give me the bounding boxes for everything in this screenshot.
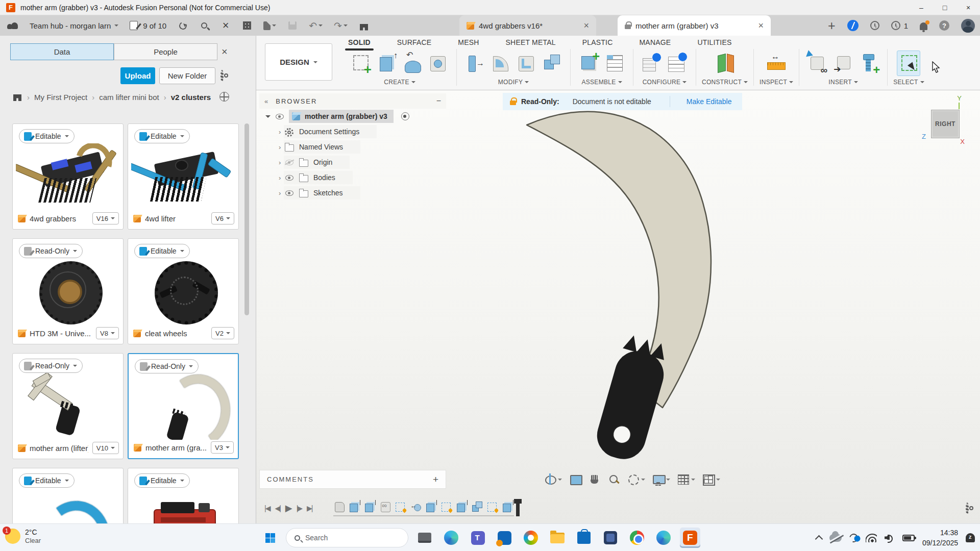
visibility-eye-icon[interactable] bbox=[285, 174, 294, 181]
view-tool-button[interactable] bbox=[650, 472, 672, 487]
wifi-icon[interactable] bbox=[866, 534, 877, 542]
add-comment-icon[interactable]: + bbox=[433, 474, 438, 485]
view-tool-button[interactable] bbox=[586, 472, 603, 487]
view-tool-button[interactable] bbox=[625, 472, 647, 487]
timeline-position-marker[interactable] bbox=[516, 499, 520, 516]
browser-tree-row[interactable]: › Document Settings bbox=[259, 124, 446, 139]
browser-root-row[interactable]: mother arm (grabber) v3 bbox=[259, 109, 446, 124]
onedrive-icon[interactable] bbox=[829, 534, 842, 542]
tab-data[interactable]: Data bbox=[10, 43, 114, 60]
ribbon-tool-icon[interactable] bbox=[489, 51, 512, 76]
status-pill[interactable]: Read-Only bbox=[19, 359, 83, 373]
timeline-feature-icon[interactable] bbox=[379, 500, 391, 513]
taskbar-app-icon[interactable] bbox=[494, 528, 514, 548]
team-hub-selector[interactable]: Team hub - morgan larn bbox=[30, 21, 118, 30]
home-view-button[interactable] bbox=[359, 20, 369, 31]
panel-settings-gear-icon[interactable] bbox=[220, 71, 224, 81]
modeling-canvas[interactable]: Read-Only: Document is not editable Make… bbox=[256, 90, 980, 523]
close-tab-icon[interactable]: × bbox=[583, 20, 589, 31]
browser-tree-row[interactable]: › Named Views bbox=[259, 139, 446, 155]
notifications-icon[interactable] bbox=[920, 22, 927, 30]
expand-caret-icon[interactable]: › bbox=[279, 174, 284, 182]
project-card[interactable]: Editable 4wd lifter V6 bbox=[128, 123, 239, 230]
timeline-settings-gear-icon[interactable] bbox=[966, 504, 969, 513]
ribbon-tool-icon[interactable] bbox=[540, 51, 564, 76]
ribbon-tool-icon[interactable] bbox=[463, 51, 487, 76]
close-panel-icon[interactable]: × bbox=[220, 20, 231, 31]
visibility-eye-icon[interactable] bbox=[275, 113, 284, 120]
ribbon-tool-icon[interactable] bbox=[514, 51, 538, 76]
version-pill[interactable]: V10 bbox=[92, 442, 119, 454]
timeline-feature-icon[interactable] bbox=[333, 500, 346, 513]
taskbar-app-icon[interactable] bbox=[468, 528, 488, 548]
view-tool-button[interactable] bbox=[567, 472, 583, 487]
grid-view-button[interactable] bbox=[242, 20, 252, 31]
close-button[interactable]: × bbox=[957, 0, 980, 15]
visibility-eye-icon[interactable] bbox=[285, 189, 294, 196]
profile-avatar[interactable] bbox=[961, 19, 975, 33]
project-card[interactable]: Read-Only mother arm (gra... V3 bbox=[128, 353, 239, 459]
version-pill[interactable]: V2 bbox=[211, 327, 234, 339]
project-card[interactable]: Read-Only HTD 3M - Unive... V8 bbox=[12, 238, 124, 344]
visibility-eye-icon[interactable] bbox=[285, 159, 294, 166]
status-pill[interactable]: Editable bbox=[19, 473, 75, 488]
view-tool-button[interactable] bbox=[700, 472, 722, 487]
taskbar-app-icon[interactable] bbox=[521, 528, 541, 548]
home-icon[interactable] bbox=[12, 91, 22, 102]
ribbon-tab[interactable]: PLASTIC bbox=[581, 37, 614, 49]
browser-tree-row[interactable]: › Sketches bbox=[259, 185, 446, 201]
version-pill[interactable]: V16 bbox=[92, 212, 119, 224]
document-tab-inactive[interactable]: 4wd grabbers v16* × bbox=[459, 15, 596, 36]
ribbon-tool-icon[interactable] bbox=[806, 51, 829, 76]
status-pill[interactable]: Read-Only bbox=[19, 244, 83, 258]
taskbar-app-icon[interactable] bbox=[574, 528, 594, 548]
search-input[interactable]: Search bbox=[286, 528, 408, 547]
ribbon-group-label[interactable]: INSPECT bbox=[760, 79, 793, 86]
document-tab-active[interactable]: mother arm (grabber) v3 × bbox=[618, 15, 771, 36]
tab-people[interactable]: People bbox=[114, 43, 217, 60]
ribbon-tab[interactable]: SHEET METAL bbox=[505, 37, 557, 49]
ribbon-group-label[interactable]: SELECT bbox=[893, 79, 924, 86]
history-icon[interactable] bbox=[870, 21, 879, 30]
status-pill[interactable]: Read-Only bbox=[135, 359, 199, 373]
view-tool-button[interactable] bbox=[675, 472, 697, 487]
activate-component-radio[interactable] bbox=[401, 112, 409, 120]
project-card[interactable]: Editable cleat wheels V2 bbox=[128, 238, 239, 344]
timeline-feature-icon[interactable] bbox=[440, 500, 453, 513]
extensions-icon[interactable] bbox=[847, 20, 859, 31]
expand-caret-icon[interactable]: › bbox=[279, 143, 284, 151]
new-tab-button[interactable]: + bbox=[828, 19, 836, 32]
start-button[interactable] bbox=[260, 528, 280, 547]
collapse-browser-icon[interactable]: « bbox=[264, 97, 268, 105]
version-pill[interactable]: V3 bbox=[211, 441, 234, 454]
clock[interactable]: 14:38 09/12/2025 bbox=[922, 528, 958, 548]
job-status-icon[interactable] bbox=[130, 21, 138, 30]
redo-button[interactable]: ↷ bbox=[334, 21, 348, 31]
taskbar-app-icon[interactable] bbox=[547, 528, 568, 548]
maximize-button[interactable]: □ bbox=[933, 0, 957, 15]
timeline-feature-icon[interactable] bbox=[456, 500, 468, 513]
version-pill[interactable]: V6 bbox=[211, 212, 234, 224]
project-card[interactable]: Read-Only mother arm (lifter) V10 bbox=[12, 353, 124, 459]
search-button[interactable] bbox=[199, 20, 209, 31]
ribbon-tool-icon[interactable] bbox=[857, 51, 880, 76]
workspace-selector[interactable]: DESIGN bbox=[265, 43, 332, 81]
ribbon-tab[interactable]: MESH bbox=[457, 37, 480, 49]
skip-to-start-button[interactable]: |◀ bbox=[264, 504, 270, 512]
expand-caret-icon[interactable] bbox=[265, 115, 271, 120]
taskbar-app-icon[interactable] bbox=[414, 528, 435, 548]
ribbon-tab[interactable]: UTILITIES bbox=[696, 37, 732, 49]
refresh-button[interactable] bbox=[178, 20, 188, 31]
make-editable-link[interactable]: Make Editable bbox=[687, 97, 732, 106]
comments-bar[interactable]: COMMENTS + bbox=[259, 470, 446, 489]
status-pill[interactable]: Editable bbox=[134, 129, 190, 143]
close-data-panel-icon[interactable]: × bbox=[222, 46, 228, 58]
save-button[interactable] bbox=[287, 20, 298, 31]
view-tool-button[interactable] bbox=[606, 472, 622, 487]
timeline-feature-icon[interactable] bbox=[471, 500, 483, 513]
ribbon-tool-icon[interactable] bbox=[426, 51, 450, 76]
browser-tree-row[interactable]: › Bodies bbox=[259, 170, 446, 185]
ribbon-group-label[interactable]: CONFIGURE bbox=[643, 79, 687, 86]
taskbar-app-icon[interactable] bbox=[627, 528, 647, 548]
ribbon-tab[interactable]: SOLID bbox=[347, 37, 372, 49]
